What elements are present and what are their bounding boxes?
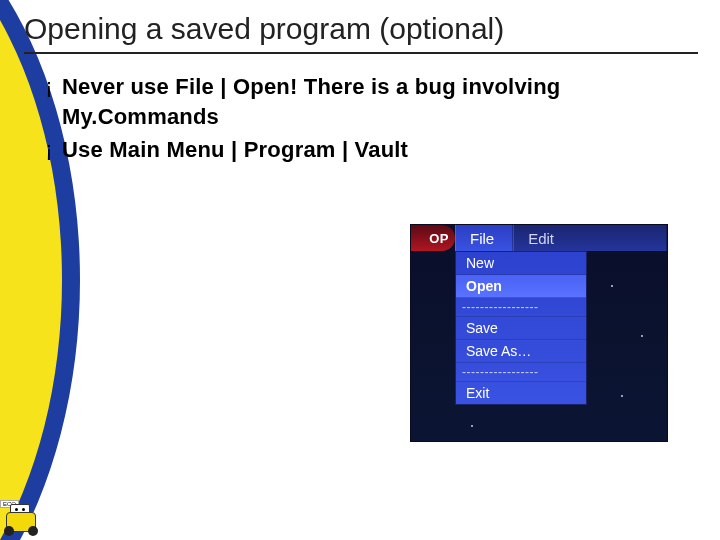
stop-tab[interactable]: OP xyxy=(411,225,455,251)
robot-wheel xyxy=(28,526,38,536)
star-icon xyxy=(471,425,473,427)
star-icon xyxy=(621,395,623,397)
menu-bar: OP File Edit xyxy=(411,225,667,251)
bullet-list: ¡ Never use File | Open! There is a bug … xyxy=(36,72,698,165)
menu-item-saveas[interactable]: Save As… xyxy=(456,340,586,363)
menu-item-open[interactable]: Open xyxy=(456,275,586,298)
bullet-marker-icon: ¡ xyxy=(36,135,62,165)
menu-item-save[interactable]: Save xyxy=(456,317,586,340)
bullet-text: Use Main Menu | Program | Vault xyxy=(62,135,698,165)
menu-screenshot: OP File Edit New Open ----------------- … xyxy=(410,224,668,442)
bullet-text: Never use File | Open! There is a bug in… xyxy=(62,72,698,131)
edit-menu-tab[interactable]: Edit xyxy=(513,225,667,251)
file-dropdown: New Open ----------------- Save Save As…… xyxy=(455,251,587,405)
menu-item-new[interactable]: New xyxy=(456,252,586,275)
menu-separator: ----------------- xyxy=(456,363,586,382)
star-icon xyxy=(641,335,643,337)
robot-icon: ECO xyxy=(2,492,46,536)
slide-content: Opening a saved program (optional) ¡ Nev… xyxy=(0,0,720,165)
slide-title: Opening a saved program (optional) xyxy=(24,12,698,54)
bullet-marker-icon: ¡ xyxy=(36,72,62,131)
menu-item-exit[interactable]: Exit xyxy=(456,382,586,404)
star-icon xyxy=(611,285,613,287)
list-item: ¡ Use Main Menu | Program | Vault xyxy=(36,135,698,165)
list-item: ¡ Never use File | Open! There is a bug … xyxy=(36,72,698,131)
menu-separator: ----------------- xyxy=(456,298,586,317)
file-menu-tab[interactable]: File xyxy=(455,225,513,251)
robot-wheel xyxy=(4,526,14,536)
